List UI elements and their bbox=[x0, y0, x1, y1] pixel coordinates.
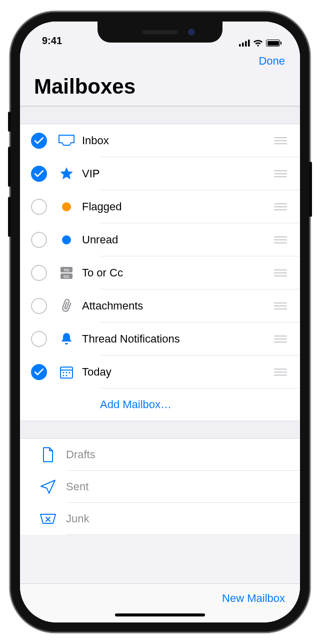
checkbox-unchecked-icon[interactable] bbox=[31, 232, 47, 248]
to-cc-icon: TOCC bbox=[54, 265, 79, 280]
checkbox-checked-icon[interactable] bbox=[31, 364, 47, 380]
mailbox-row-attachments[interactable]: Attachments bbox=[20, 289, 300, 323]
mailbox-label: Flagged bbox=[79, 200, 274, 213]
svg-point-5 bbox=[62, 235, 71, 244]
mailbox-label: Inbox bbox=[79, 134, 274, 147]
mailbox-row-vip[interactable]: VIP bbox=[20, 157, 300, 190]
svg-rect-2 bbox=[245, 41, 247, 47]
mailbox-label: Attachments bbox=[79, 299, 274, 312]
mailbox-label: Today bbox=[79, 366, 274, 379]
add-mailbox-row[interactable]: Add Mailbox… bbox=[20, 389, 300, 421]
inbox-icon bbox=[54, 134, 79, 147]
svg-rect-0 bbox=[239, 44, 241, 47]
mailbox-label: Thread Notifications bbox=[79, 333, 274, 346]
mailbox-row-thread-notifications[interactable]: Thread Notifications bbox=[20, 323, 300, 356]
mailbox-label: VIP bbox=[79, 167, 274, 180]
page-title: Mailboxes bbox=[32, 75, 288, 106]
mailbox-row-inbox[interactable]: Inbox bbox=[20, 124, 300, 157]
account-row-sent[interactable]: Sent bbox=[20, 471, 300, 503]
unread-dot-blue-icon bbox=[54, 235, 79, 245]
volume-up-button bbox=[8, 147, 11, 187]
svg-text:CC: CC bbox=[64, 274, 70, 279]
reorder-handle-icon[interactable] bbox=[274, 369, 287, 376]
paperplane-icon bbox=[37, 479, 59, 494]
mailbox-row-unread[interactable]: Unread bbox=[20, 223, 300, 256]
home-indicator[interactable] bbox=[115, 613, 205, 616]
new-mailbox-button[interactable]: New Mailbox bbox=[222, 592, 285, 605]
power-button bbox=[309, 162, 312, 217]
junk-icon bbox=[37, 512, 59, 525]
svg-rect-3 bbox=[248, 40, 250, 47]
calendar-icon bbox=[54, 365, 79, 380]
reorder-handle-icon[interactable] bbox=[274, 302, 287, 309]
volume-down-button bbox=[8, 197, 11, 237]
reorder-handle-icon[interactable] bbox=[274, 203, 287, 210]
mailbox-list: Inbox VIP bbox=[20, 124, 300, 421]
bottom-toolbar: New Mailbox bbox=[20, 583, 300, 622]
svg-text:TO: TO bbox=[64, 268, 70, 272]
reorder-handle-icon[interactable] bbox=[274, 170, 287, 177]
checkbox-unchecked-icon[interactable] bbox=[31, 331, 47, 347]
mailbox-row-flagged[interactable]: Flagged bbox=[20, 190, 300, 223]
nav-header: Done Mailboxes bbox=[20, 50, 300, 106]
status-time: 9:41 bbox=[35, 35, 62, 47]
flag-dot-orange-icon bbox=[54, 202, 79, 212]
bell-icon bbox=[54, 332, 79, 347]
checkbox-unchecked-icon[interactable] bbox=[31, 199, 47, 215]
checkbox-unchecked-icon[interactable] bbox=[31, 298, 47, 314]
account-row-label: Drafts bbox=[59, 448, 300, 461]
speaker-grill bbox=[142, 30, 178, 34]
checkbox-checked-icon[interactable] bbox=[31, 166, 47, 182]
svg-point-12 bbox=[63, 372, 64, 374]
checkbox-unchecked-icon[interactable] bbox=[31, 265, 47, 281]
wifi-icon bbox=[253, 40, 263, 47]
phone-frame: 9:41 Done Mailboxes bbox=[10, 12, 310, 632]
done-button[interactable]: Done bbox=[258, 55, 285, 68]
section-gap-mid bbox=[20, 421, 300, 439]
mailbox-row-today[interactable]: Today bbox=[20, 356, 300, 389]
battery-icon bbox=[266, 40, 280, 47]
mailbox-label: To or Cc bbox=[79, 266, 274, 279]
reorder-handle-icon[interactable] bbox=[274, 137, 287, 144]
notch bbox=[98, 22, 222, 43]
mailbox-row-to-cc[interactable]: TOCC To or Cc bbox=[20, 256, 300, 289]
document-icon bbox=[37, 447, 59, 463]
account-row-label: Sent bbox=[59, 480, 300, 493]
svg-point-16 bbox=[66, 375, 68, 377]
status-icons bbox=[239, 40, 285, 47]
mailbox-label: Unread bbox=[79, 233, 274, 246]
reorder-handle-icon[interactable] bbox=[274, 236, 287, 243]
add-mailbox-label: Add Mailbox… bbox=[100, 398, 300, 411]
mute-switch bbox=[8, 112, 11, 132]
account-row-junk[interactable]: Junk bbox=[20, 503, 300, 535]
star-icon bbox=[54, 166, 79, 181]
account-mailbox-list: Drafts Sent Junk bbox=[20, 439, 300, 535]
svg-point-14 bbox=[69, 372, 70, 374]
checkbox-checked-icon[interactable] bbox=[31, 133, 47, 149]
account-row-label: Junk bbox=[59, 512, 300, 525]
phone-screen: 9:41 Done Mailboxes bbox=[20, 22, 300, 622]
svg-point-15 bbox=[63, 375, 64, 377]
paperclip-icon bbox=[54, 298, 79, 314]
account-row-drafts[interactable]: Drafts bbox=[20, 439, 300, 471]
section-gap-top bbox=[20, 106, 300, 124]
reorder-handle-icon[interactable] bbox=[274, 336, 287, 343]
svg-rect-1 bbox=[242, 43, 244, 47]
reorder-handle-icon[interactable] bbox=[274, 269, 287, 276]
svg-point-4 bbox=[62, 202, 71, 211]
cellular-icon bbox=[239, 40, 250, 47]
svg-point-13 bbox=[66, 372, 68, 374]
front-camera bbox=[188, 29, 195, 36]
